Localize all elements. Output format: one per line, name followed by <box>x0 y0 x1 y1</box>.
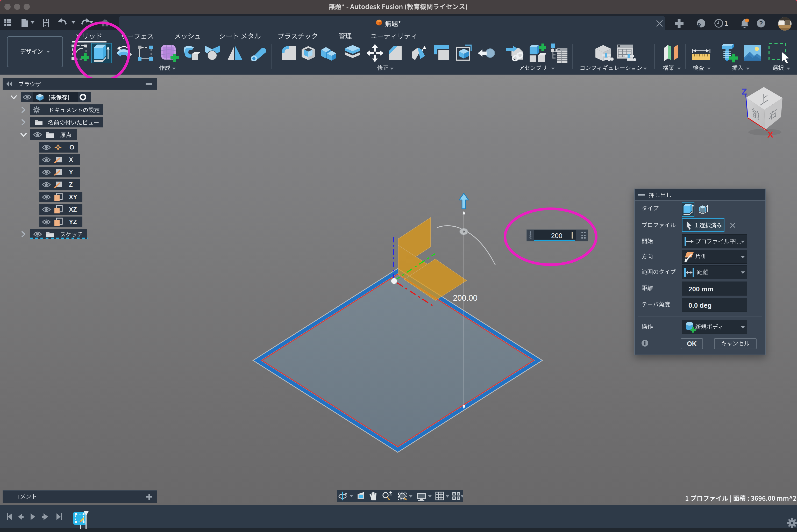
svg-text:?: ? <box>759 20 763 27</box>
